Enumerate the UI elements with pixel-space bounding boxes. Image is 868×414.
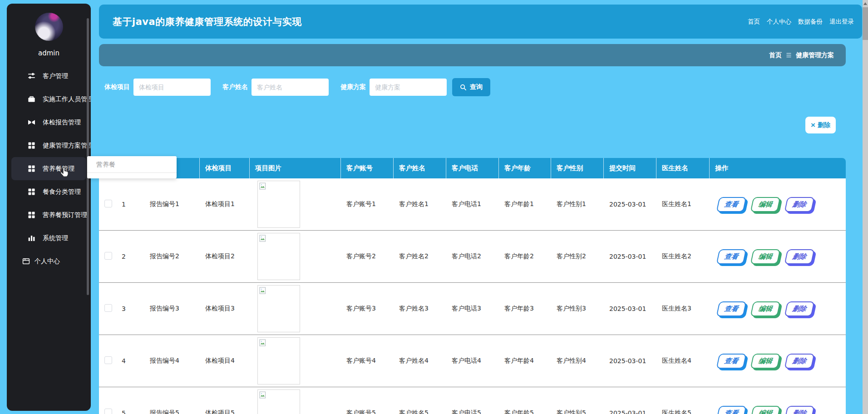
breadcrumb-home[interactable]: 首页: [769, 51, 782, 59]
cell-exam-item: 体检项目3: [200, 283, 250, 335]
username: admin: [7, 49, 91, 57]
header-phone: 客户电话: [446, 158, 499, 178]
cell-submit-time: 2025-03-01: [604, 178, 656, 231]
view-button[interactable]: 查看: [716, 354, 746, 369]
scrollbar-thumb[interactable]: [863, 7, 868, 40]
header-customer-name: 客户姓名: [394, 158, 446, 178]
edit-button[interactable]: 编辑: [750, 354, 780, 369]
item-image: [257, 389, 300, 414]
delete-row-button[interactable]: 删除: [784, 301, 814, 316]
sidebar-item-label: 个人中心: [35, 257, 60, 266]
bulk-delete-button[interactable]: × 删除: [805, 117, 836, 133]
sidebar-item-customer-mgmt[interactable]: 客户管理: [7, 64, 91, 88]
view-button[interactable]: 查看: [716, 249, 746, 264]
filter-bar: 体检项目 客户姓名 健康方案 查询: [99, 78, 490, 96]
sidebar-item-nutrition-meal-mgmt[interactable]: 营养餐管理: [11, 157, 86, 180]
edit-button[interactable]: 编辑: [750, 249, 780, 264]
search-button[interactable]: 查询: [452, 78, 490, 96]
row-checkbox[interactable]: [104, 356, 112, 364]
row-actions: 查看 编辑 删除: [715, 406, 846, 414]
item-image: [257, 337, 300, 384]
sidebar-item-staff-mgmt[interactable]: 实施工作人员管理: [7, 88, 91, 111]
cell-report-no: 报告编号2: [144, 231, 200, 283]
sidebar-item-label: 体检报告管理: [43, 118, 81, 127]
top-header: 基于java的康养健康管理系统的设计与实现 首页 个人中心 数据备份 退出登录: [99, 5, 862, 39]
sidebar-item-health-plan-mgmt[interactable]: 健康管理方案管理: [7, 134, 91, 157]
sidebar-item-exam-report-mgmt[interactable]: 体检报告管理: [7, 111, 91, 134]
close-icon: ×: [811, 121, 815, 129]
cell-customer-name: 客户姓名4: [394, 335, 446, 387]
customer-name-input[interactable]: [252, 79, 329, 96]
breadcrumb: 首页 健康管理方案: [99, 44, 846, 66]
view-button[interactable]: 查看: [716, 197, 746, 212]
edit-button[interactable]: 编辑: [750, 406, 780, 414]
filter-label-health-plan: 健康方案: [340, 83, 366, 91]
cell-doctor-name: 医生姓名4: [656, 335, 710, 387]
cell-age: 客户年龄4: [499, 335, 551, 387]
nav-profile[interactable]: 个人中心: [767, 18, 791, 26]
cell-gender: 客户性别4: [551, 335, 604, 387]
edit-button[interactable]: 编辑: [750, 301, 780, 316]
avatar: [35, 13, 63, 41]
row-actions: 查看 编辑 删除: [715, 197, 846, 212]
cell-report-no: 报告编号5: [144, 387, 200, 414]
cell-doctor-name: 医生姓名5: [656, 387, 710, 414]
cell-doctor-name: 医生姓名3: [656, 283, 710, 335]
grid-icon: [28, 211, 35, 219]
cell-customer-name: 客户姓名1: [394, 178, 446, 231]
sidebar-item-profile[interactable]: 个人中心: [7, 250, 91, 273]
nav-data-backup[interactable]: 数据备份: [798, 18, 823, 26]
cell-customer-name: 客户姓名5: [394, 387, 446, 414]
table-row: 5 报告编号5 体检项目5 客户账号5 客户姓名5 客户电话5 客户年龄5 客户…: [99, 387, 846, 414]
cell-age: 客户年龄1: [499, 178, 551, 231]
scrollbar-up-arrow-icon[interactable]: [863, 2, 867, 5]
cell-phone: 客户电话1: [446, 178, 499, 231]
cell-index: 1: [116, 178, 144, 231]
cell-account: 客户账号3: [341, 283, 394, 335]
table-row: 1 报告编号1 体检项目1 客户账号1 客户姓名1 客户电话1 客户年龄1 客户…: [99, 178, 846, 231]
row-checkbox[interactable]: [104, 200, 112, 207]
page-scrollbar[interactable]: [863, 0, 868, 414]
delete-row-button[interactable]: 删除: [784, 249, 814, 264]
cell-submit-time: 2025-03-01: [604, 231, 656, 283]
delete-row-button[interactable]: 删除: [784, 354, 814, 369]
cell-exam-item: 体检项目5: [200, 387, 250, 414]
search-button-label: 查询: [470, 83, 483, 91]
delete-row-button[interactable]: 删除: [784, 197, 814, 212]
bulk-delete-label: 删除: [818, 121, 830, 129]
sidebar-item-system-mgmt[interactable]: 系统管理: [7, 227, 91, 250]
header-submit-time: 提交时间: [604, 158, 656, 178]
sliders-icon: [28, 72, 35, 80]
table-body: 1 报告编号1 体检项目1 客户账号1 客户姓名1 客户电话1 客户年龄1 客户…: [99, 178, 846, 414]
bar-chart-icon: [28, 234, 35, 242]
view-button[interactable]: 查看: [716, 301, 746, 316]
report-icon: [28, 118, 35, 126]
broken-image-icon: [259, 182, 266, 190]
header-account: 客户账号: [341, 158, 394, 178]
broken-image-icon: [259, 339, 266, 346]
nav-logout[interactable]: 退出登录: [829, 18, 854, 26]
sidebar-item-meal-booking-mgmt[interactable]: 营养餐预订管理: [7, 203, 91, 227]
submenu-item-nutrition-meal[interactable]: 营养餐: [87, 156, 177, 173]
health-plan-input[interactable]: [370, 79, 447, 96]
cell-phone: 客户电话2: [446, 231, 499, 283]
sidebar-item-label: 餐食分类管理: [43, 188, 81, 196]
row-checkbox[interactable]: [104, 409, 112, 414]
filter-label-customer-name: 客户姓名: [222, 83, 248, 91]
delete-row-button[interactable]: 删除: [784, 406, 814, 414]
grid-icon: [28, 142, 35, 149]
row-actions: 查看 编辑 删除: [715, 354, 846, 369]
briefcase-icon: [28, 95, 35, 103]
exam-item-input[interactable]: [133, 79, 211, 96]
nav-home[interactable]: 首页: [748, 18, 760, 26]
view-button[interactable]: 查看: [716, 406, 746, 414]
sidebar-item-label: 客户管理: [43, 72, 68, 80]
row-checkbox[interactable]: [104, 252, 112, 260]
page-title: 基于java的康养健康管理系统的设计与实现: [99, 15, 302, 28]
cell-index: 5: [116, 387, 144, 414]
cell-account: 客户账号4: [341, 335, 394, 387]
edit-button[interactable]: 编辑: [750, 197, 780, 212]
row-checkbox[interactable]: [104, 304, 112, 312]
cell-exam-item: 体检项目1: [200, 178, 250, 231]
sidebar-item-meal-category-mgmt[interactable]: 餐食分类管理: [7, 180, 91, 203]
